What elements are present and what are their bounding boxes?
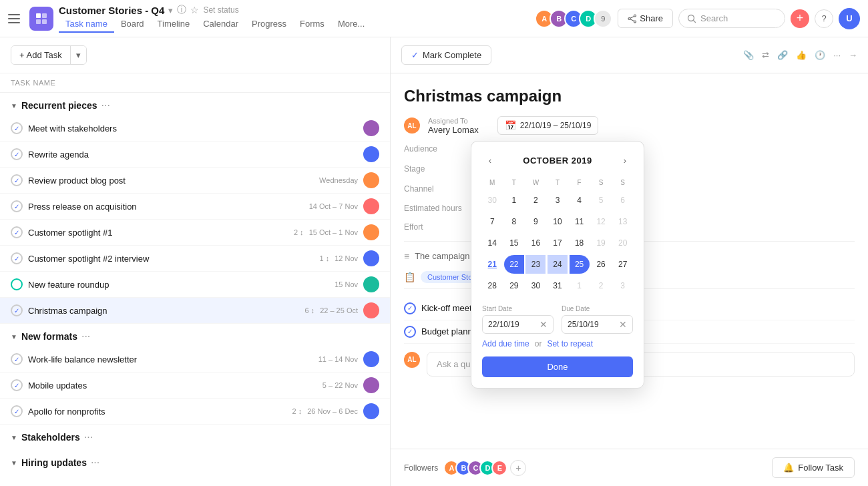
due-date-field[interactable]: ✕	[562, 315, 633, 334]
task-row[interactable]: ✓ Meet with stakeholders	[0, 115, 390, 142]
calendar-day-today[interactable]: 21	[482, 255, 502, 274]
calendar-day[interactable]: 26	[591, 255, 611, 274]
calendar-day[interactable]: 30	[482, 191, 502, 210]
more-icon[interactable]: ···	[833, 50, 841, 60]
copy-icon[interactable]: ⇄	[762, 50, 769, 60]
due-date-input[interactable]	[568, 320, 616, 329]
calendar-day[interactable]: 28	[482, 276, 502, 295]
calendar-day[interactable]: 1	[504, 191, 524, 210]
add-task-dropdown[interactable]: ▾	[70, 46, 86, 64]
calendar-day[interactable]: 2	[591, 276, 611, 295]
calendar-day[interactable]: 19	[591, 234, 611, 252]
check-icon[interactable]: ✓	[11, 304, 23, 316]
check-icon[interactable]: ✓	[11, 148, 23, 160]
clock-icon[interactable]: 🕐	[815, 50, 825, 60]
tab-more[interactable]: More...	[331, 16, 371, 33]
calendar-day[interactable]: 20	[613, 234, 633, 252]
task-title-input[interactable]	[404, 87, 855, 105]
calendar-day[interactable]: 14	[482, 234, 502, 252]
tab-board[interactable]: Board	[114, 16, 151, 33]
check-icon[interactable]: ✓	[404, 302, 416, 314]
calendar-done-button[interactable]: Done	[482, 356, 633, 377]
set-to-repeat-link[interactable]: Set to repeat	[547, 339, 593, 348]
calendar-day[interactable]: 30	[525, 276, 546, 295]
task-row[interactable]: ✓ Work-life balance newsletter 11 – 14 N…	[0, 346, 390, 373]
start-date-field[interactable]: ✕	[482, 315, 554, 334]
calendar-day[interactable]: 9	[525, 212, 546, 231]
calendar-day[interactable]: 1	[570, 276, 590, 295]
add-follower-button[interactable]: +	[510, 460, 526, 476]
calendar-day[interactable]: 29	[504, 276, 524, 295]
like-icon[interactable]: 👍	[796, 50, 807, 60]
check-icon[interactable]: ✓	[11, 200, 23, 212]
section-menu-icon[interactable]: ···	[91, 457, 99, 469]
start-date-input[interactable]	[488, 320, 537, 329]
task-row[interactable]: ✓ Apollo for nonprofits 2 ↕ 26 Nov – 6 D…	[0, 399, 390, 425]
calendar-day[interactable]: 3	[613, 276, 633, 295]
section-recurrent[interactable]: ▼ Recurrent pieces ···	[0, 93, 390, 115]
check-icon[interactable]: ✓	[11, 405, 23, 417]
calendar-day[interactable]: 18	[570, 234, 590, 252]
calendar-day[interactable]: 3	[548, 191, 568, 210]
add-button[interactable]: +	[791, 9, 809, 28]
calendar-prev[interactable]: ‹	[482, 152, 498, 168]
check-icon[interactable]: ✓	[404, 326, 416, 338]
calendar-day[interactable]: 6	[613, 191, 633, 210]
calendar-day[interactable]: 17	[548, 234, 568, 252]
calendar-day[interactable]: 4	[570, 191, 590, 210]
section-menu-icon[interactable]: ···	[81, 330, 90, 342]
calendar-day[interactable]: 31	[548, 276, 568, 295]
calendar-day-in-range[interactable]: 24	[548, 255, 568, 274]
add-due-time-link[interactable]: Add due time	[482, 339, 529, 348]
calendar-day[interactable]: 2	[525, 191, 546, 210]
task-row[interactable]: ✓ Rewrite agenda	[0, 142, 390, 168]
date-range-field[interactable]: 📅 22/10/19 – 25/10/19	[497, 116, 599, 135]
calendar-day[interactable]: 15	[504, 234, 524, 252]
link-icon[interactable]: 🔗	[777, 50, 788, 60]
section-menu-icon[interactable]: ···	[101, 99, 110, 111]
task-row[interactable]: ✓ Mobile updates 5 – 22 Nov	[0, 373, 390, 399]
task-row[interactable]: ✓ Customer spotlight #2 interview 1 ↕ 12…	[0, 246, 390, 272]
attachment-icon[interactable]: 📎	[743, 50, 754, 60]
tab-progress[interactable]: Progress	[245, 16, 293, 33]
user-avatar[interactable]: U	[839, 8, 860, 29]
task-row[interactable]: ✓ Customer spotlight #1 2 ↕ 15 Oct – 1 N…	[0, 220, 390, 246]
close-icon[interactable]: →	[849, 50, 857, 60]
add-task-button[interactable]: + Add Task ▾	[11, 45, 87, 65]
task-row[interactable]: ✓ Press release on acquisition 14 Oct – …	[0, 194, 390, 220]
tab-timeline[interactable]: Timeline	[151, 16, 197, 33]
search-box[interactable]: Search	[678, 9, 785, 28]
follow-task-button[interactable]: 🔔 Follow Task	[772, 457, 855, 478]
section-hiring[interactable]: ▼ Hiring updates ···	[0, 450, 390, 473]
section-new-formats[interactable]: ▼ New formats ···	[0, 324, 390, 346]
clear-due-date[interactable]: ✕	[619, 319, 627, 330]
calendar-day[interactable]: 8	[504, 212, 524, 231]
check-icon[interactable]: ✓	[11, 122, 23, 134]
calendar-day-in-range[interactable]: 23	[525, 255, 546, 274]
calendar-day[interactable]: 10	[548, 212, 568, 231]
clear-start-date[interactable]: ✕	[539, 319, 548, 330]
calendar-day-range-end[interactable]: 25	[570, 255, 590, 274]
check-icon[interactable]: ✓	[11, 379, 23, 391]
calendar-day[interactable]: 13	[613, 212, 633, 231]
task-row[interactable]: New feature roundup 15 Nov	[0, 272, 390, 298]
check-icon[interactable]: ✓	[11, 353, 23, 365]
hamburger-menu[interactable]	[8, 11, 24, 27]
calendar-day[interactable]: 7	[482, 212, 502, 231]
calendar-day-range-start[interactable]: 22	[504, 255, 524, 274]
share-button[interactable]: Share	[618, 9, 673, 28]
task-row[interactable]: ✓ Review product blog post Wednesday	[0, 168, 390, 194]
diamond-icon[interactable]	[8, 276, 25, 292]
check-icon[interactable]: ✓	[11, 174, 23, 186]
info-icon[interactable]: ⓘ	[177, 4, 186, 16]
section-menu-icon[interactable]: ···	[84, 431, 93, 443]
mark-complete-button[interactable]: ✓ Mark Complete	[401, 45, 491, 65]
section-stakeholders[interactable]: ▼ Stakeholders ···	[0, 425, 390, 447]
calendar-day[interactable]: 27	[613, 255, 633, 274]
tab-calendar[interactable]: Calendar	[196, 16, 245, 33]
avatar-count[interactable]: 9	[594, 9, 612, 28]
add-task-main[interactable]: + Add Task	[11, 46, 70, 64]
calendar-day[interactable]: 5	[591, 191, 611, 210]
check-icon[interactable]: ✓	[11, 252, 23, 264]
set-status[interactable]: Set status	[203, 5, 238, 15]
